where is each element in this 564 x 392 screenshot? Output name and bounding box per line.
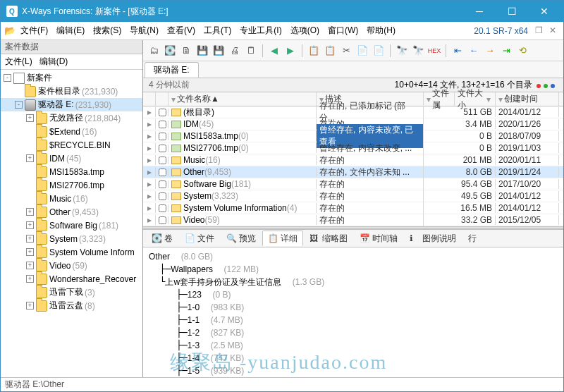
expander-icon[interactable]: + <box>26 154 34 162</box>
row-expander[interactable]: ▸ <box>143 167 156 177</box>
detail-tab[interactable]: 💽卷 <box>146 231 178 246</box>
menu-spectools[interactable]: 专业工具(I) <box>235 25 286 37</box>
tree-item[interactable]: +Software Big (181) <box>1 219 142 232</box>
expander-icon[interactable] <box>26 168 34 176</box>
expander-icon[interactable] <box>26 141 34 149</box>
detail-tab[interactable]: 🔍预览 <box>221 231 262 246</box>
new-doc-icon[interactable]: 🗎 <box>180 44 192 57</box>
detail-tab[interactable]: 📅时间轴 <box>354 231 403 246</box>
expander-icon[interactable]: + <box>26 302 34 310</box>
close-button[interactable]: ✕ <box>528 1 560 22</box>
row-check[interactable] <box>156 109 168 116</box>
menu-search[interactable]: 搜索(S) <box>89 25 125 37</box>
tree-item[interactable]: MSI27706.tmp <box>1 178 142 192</box>
paste2-icon[interactable]: 📄 <box>372 44 385 57</box>
expander-icon[interactable] <box>26 195 34 202</box>
cut-icon[interactable]: ✂ <box>340 44 352 57</box>
table-row[interactable]: ▸(根目录)存在的, 已添加标记 (部分...511 GB2014/01/12 <box>143 106 563 118</box>
menu-file[interactable]: 文件(F) <box>16 25 52 37</box>
sync-icon[interactable]: ⟲ <box>516 44 529 57</box>
open-icon[interactable]: 📂 <box>4 25 16 37</box>
left-menu-edit[interactable]: 编辑(D) <box>39 56 68 68</box>
expander-icon[interactable] <box>15 87 23 95</box>
case-tree[interactable]: -新案件案件根目录 (231,930)-驱动器 E: (231,930)+无效路… <box>1 70 142 377</box>
row-check[interactable] <box>156 133 168 140</box>
col-size[interactable]: 文件大小▾ <box>455 92 496 106</box>
row-check[interactable] <box>156 121 168 128</box>
menu-tools[interactable]: 工具(T) <box>200 25 235 37</box>
properties-icon[interactable]: 🗒 <box>245 44 257 57</box>
table-row[interactable]: ▸System (3,323)存在的49.5 GB2014/01/12 <box>143 190 563 202</box>
expander-icon[interactable]: + <box>26 248 34 256</box>
row-expander[interactable]: ▸ <box>143 155 156 165</box>
row-expander[interactable]: ▸ <box>143 215 156 225</box>
table-row[interactable]: ▸Other (9,453)存在的, 文件内容未知 ...8.0 GB2019/… <box>143 166 563 178</box>
tree-item[interactable]: +Video (59) <box>1 259 142 272</box>
detail-tab[interactable]: 📄文件 <box>179 231 220 246</box>
expander-icon[interactable] <box>26 181 34 189</box>
hex-icon[interactable]: HEX <box>428 44 441 57</box>
tree-item[interactable]: $RECYCLE.BIN <box>1 138 142 152</box>
copy2-icon[interactable]: 📋 <box>324 44 336 57</box>
row-check[interactable] <box>156 216 168 224</box>
paste-icon[interactable]: 📄 <box>356 44 369 57</box>
left-menu-file[interactable]: 文件(L) <box>5 56 32 68</box>
col-name[interactable]: ▾文件名称▲ <box>168 92 317 106</box>
file-grid[interactable]: ▾文件名称▲ ▾描述 ▾文件属 文件大小▾ ▾创建时间 ▸(根目录)存在的, 已… <box>143 92 563 226</box>
tree-item[interactable]: +迅雷云盘 (8) <box>1 299 142 312</box>
detail-tab[interactable]: 📋详细 <box>262 231 303 246</box>
row-expander[interactable]: ▸ <box>143 203 156 213</box>
menu-nav[interactable]: 导航(N) <box>125 25 163 37</box>
row-check[interactable] <box>156 145 168 152</box>
tree-item[interactable]: +Wondershare_Recover <box>1 272 142 286</box>
save-icon[interactable]: 💾 <box>196 44 209 57</box>
goto-first-icon[interactable]: ⇤ <box>451 44 464 57</box>
disk-open-icon[interactable]: 💽 <box>164 44 176 57</box>
tree-item[interactable]: -驱动器 E: (231,930) <box>1 98 142 111</box>
tree-item[interactable]: $Extend (16) <box>1 125 142 138</box>
row-check[interactable] <box>156 169 168 176</box>
table-row[interactable]: ▸Music (16)存在的201 MB2020/01/11 <box>143 154 563 166</box>
print-icon[interactable]: 🖨 <box>228 44 241 57</box>
row-expander[interactable]: ▸ <box>143 107 156 117</box>
directory-listing[interactable]: Other (8.0 GB) ├─Wallpapers (122 MB) └上w… <box>143 247 563 377</box>
tree-item[interactable]: -新案件 <box>1 71 142 85</box>
row-check[interactable] <box>156 157 168 164</box>
minimize-button[interactable]: ─ <box>463 1 496 22</box>
maximize-button[interactable]: ☐ <box>496 1 528 22</box>
table-row[interactable]: ▸MSI27706.tmp (0)曾经存在, 内容未改变, ...0 B2019… <box>143 142 563 154</box>
expander-icon[interactable] <box>26 128 34 135</box>
expander-icon[interactable]: + <box>26 275 34 283</box>
tree-item[interactable]: 迅雷下载 (3) <box>1 286 142 299</box>
expander-icon[interactable]: + <box>26 235 34 243</box>
row-expander[interactable]: ▸ <box>143 191 156 201</box>
detail-tab[interactable]: 🖼缩略图 <box>304 231 353 246</box>
expander-icon[interactable]: + <box>26 221 34 229</box>
expander-icon[interactable]: + <box>26 114 34 122</box>
goto-prev-icon[interactable]: ← <box>467 44 480 57</box>
save-as-icon[interactable]: 💾 <box>212 44 225 57</box>
row-expander[interactable]: ▸ <box>143 179 156 189</box>
menu-window[interactable]: 窗口(W) <box>324 25 362 37</box>
menu-edit[interactable]: 编辑(E) <box>52 25 89 37</box>
expander-icon[interactable]: - <box>15 101 23 109</box>
expander-icon[interactable]: + <box>26 262 34 269</box>
table-row[interactable]: ▸Software Big (181)存在的95.4 GB2017/10/20 <box>143 178 563 190</box>
menu-options[interactable]: 选项(O) <box>286 25 324 37</box>
col-expand[interactable] <box>143 92 156 106</box>
table-row[interactable]: ▸Video (59)存在的33.2 GB2015/12/05 <box>143 214 563 226</box>
tab-drive-e[interactable]: 驱动器 E: <box>145 62 199 78</box>
tree-item[interactable]: 案件根目录 (231,930) <box>1 85 142 98</box>
col-attr[interactable]: ▾文件属 <box>424 92 455 106</box>
tree-item[interactable]: Music (16) <box>1 192 142 205</box>
row-check[interactable] <box>156 180 168 188</box>
goto-next-icon[interactable]: → <box>484 44 496 57</box>
goto-last-icon[interactable]: ⇥ <box>500 44 513 57</box>
row-check[interactable] <box>156 192 168 200</box>
row-expander[interactable]: ▸ <box>143 119 156 129</box>
col-icon[interactable] <box>156 92 168 106</box>
detail-tab[interactable]: 行 <box>462 231 482 246</box>
row-check[interactable] <box>156 204 168 212</box>
tree-item[interactable]: +无效路径 (218,804) <box>1 111 142 125</box>
tree-item[interactable]: +IDM (45) <box>1 152 142 165</box>
